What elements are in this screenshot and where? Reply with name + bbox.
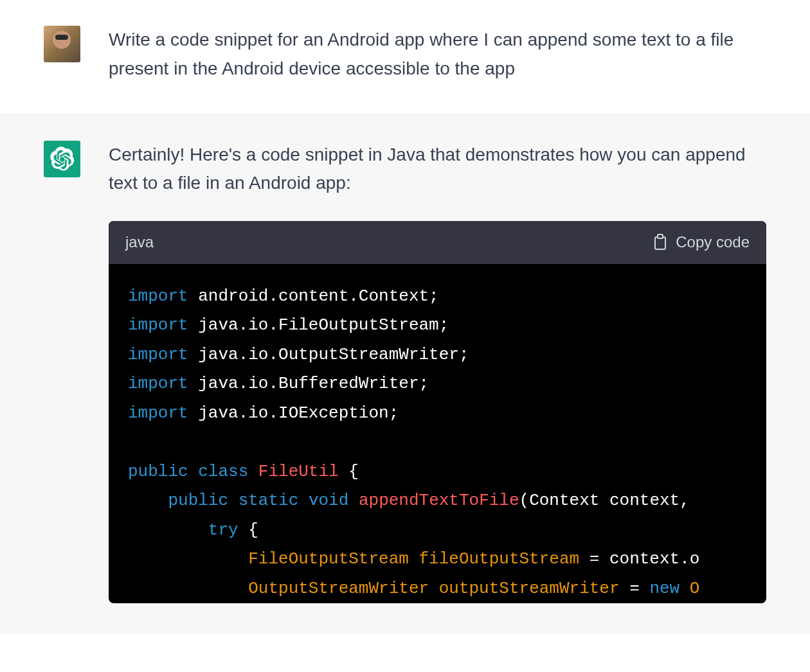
copy-code-label: Copy code: [676, 233, 750, 251]
openai-logo-icon: [50, 146, 75, 171]
code-header: java Copy code: [109, 221, 766, 263]
code-block: java Copy code import android.content.Co…: [109, 221, 766, 603]
user-avatar: [44, 26, 80, 62]
code-language-label: java: [125, 230, 154, 254]
user-message: Write a code snippet for an Android app …: [0, 0, 810, 115]
svg-rect-1: [658, 234, 663, 238]
assistant-avatar: [44, 141, 80, 177]
assistant-message: Certainly! Here's a code snippet in Java…: [0, 115, 810, 634]
code-body[interactable]: import android.content.Context; import j…: [109, 264, 766, 604]
copy-code-button[interactable]: Copy code: [652, 233, 750, 251]
assistant-intro-text: Certainly! Here's a code snippet in Java…: [109, 141, 766, 199]
clipboard-icon: [652, 234, 668, 251]
assistant-content: Certainly! Here's a code snippet in Java…: [109, 141, 766, 603]
user-message-text: Write a code snippet for an Android app …: [109, 26, 766, 84]
